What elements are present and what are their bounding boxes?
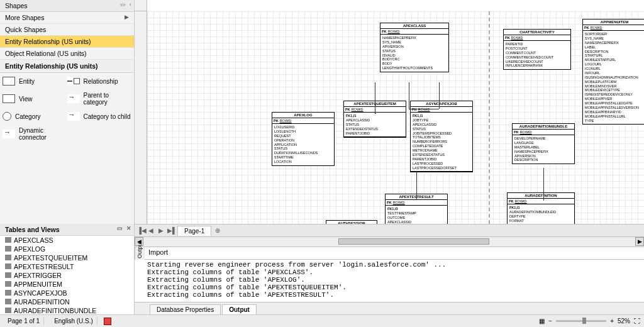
stencil-or-row[interactable]: Object Relational (US units): [0, 48, 134, 60]
table-icon: [5, 308, 11, 313]
table-icon: [5, 272, 11, 278]
panel-collapse-icon[interactable]: ‹: [130, 1, 131, 8]
panel-window-icon[interactable]: ▭: [120, 1, 126, 8]
table-row[interactable]: AURADEFINITIONBUNDLE: [0, 306, 134, 315]
zoom-slider[interactable]: [556, 320, 606, 322]
page-last-icon[interactable]: ▶▌: [167, 227, 175, 234]
fit-window-icon[interactable]: ⛶: [634, 318, 640, 324]
more-shapes-row[interactable]: More Shapes▶: [0, 12, 134, 24]
table-row[interactable]: APEXTESTRESULT: [0, 262, 134, 271]
stencil-cat-child[interactable]: Category to child: [67, 112, 132, 121]
scroll-right-button[interactable]: ▶: [635, 237, 644, 246]
stencil-relationship[interactable]: Relationship: [67, 77, 132, 86]
status-bar: Page 1 of 1 English (U.S.) ▦ − + 52% ⛶: [0, 314, 644, 327]
table-row[interactable]: APEXCLASS: [0, 236, 134, 245]
table-icon: [5, 237, 11, 243]
table-row[interactable]: ASYNCAPEXJOB: [0, 289, 134, 297]
output-title: Import: [145, 247, 644, 260]
panel-window-icon[interactable]: ▭: [117, 225, 123, 231]
stencil-parent-cat[interactable]: Parent to category: [67, 92, 132, 106]
scroll-thumb[interactable]: [338, 238, 489, 245]
connector: [543, 168, 544, 201]
left-sidebar: Shapes ▭ ‹ More Shapes▶ Quick Shapes Ent…: [0, 0, 135, 314]
zoom-level[interactable]: 52%: [618, 318, 630, 324]
connector: [375, 113, 376, 114]
connector: [409, 82, 409, 109]
macro-record-icon[interactable]: [104, 318, 111, 325]
page-break-line: [489, 11, 490, 224]
stencil-er-row[interactable]: Entity Relationship (US units): [0, 36, 134, 48]
table-icon: [5, 281, 11, 287]
page-add-icon[interactable]: ⊕: [214, 227, 221, 234]
table-row[interactable]: AURADEFINITION: [0, 297, 134, 306]
active-stencil-title: Entity Relationship (US units): [0, 60, 134, 73]
entity-apexclass[interactable]: APEXCLASSPKROWIDNAMESPACEPREFIXSYS_NAMEA…: [380, 23, 449, 72]
table-icon: [5, 299, 11, 304]
drawing-canvas[interactable]: APEXCLASSPKROWIDNAMESPACEPREFIXSYS_NAMEA…: [147, 11, 644, 224]
entity-appmenuitem[interactable]: APPMENUITEMPKROWIDSORTORDERSYS_NAMENAMES…: [582, 19, 644, 125]
tables-panel-header: Tables and Views ▭ ✕: [0, 224, 134, 236]
entity-auradefinitionbundle[interactable]: AURADEFINITIONBUNDLEPKROWIDDEVELOPERNAME…: [512, 123, 575, 164]
ruler-corner: [135, 0, 147, 11]
entity-apexlog[interactable]: APEXLOGPKROWIDLOGUSERIDLOGLENGTHREQUESTO…: [272, 112, 335, 166]
table-row[interactable]: APPMENUITEM: [0, 280, 134, 289]
right-area: 12345678910 APEXCLASSPKROWIDNAMESPACEPRE…: [135, 0, 644, 314]
entity-chatteractivity[interactable]: CHATTERACTIVITYPKROWIDPARENTIDPOSTCOUNTC…: [503, 29, 571, 70]
tables-list: APEXCLASSAPEXLOGAPEXTESTQUEUEITEMAPEXTES…: [0, 236, 134, 315]
stencil-view[interactable]: View: [3, 92, 67, 106]
shapes-menu: More Shapes▶ Quick Shapes Entity Relatio…: [0, 12, 134, 60]
output-vertical-tab[interactable]: Output: [135, 247, 145, 260]
zoom-out-icon[interactable]: −: [548, 318, 552, 324]
status-page: Page 1 of 1: [4, 318, 44, 324]
page-tabs-bar: ▐◀ ◀ ▶ ▶▌ Page-1 ⊕: [135, 224, 644, 236]
connector: [439, 82, 440, 109]
horizontal-scrollbar[interactable]: ◀ ▶: [135, 236, 644, 247]
connector: [416, 172, 417, 200]
table-icon: [5, 255, 11, 260]
entity-authsession[interactable]: AUTHSESSIONPKROWIDUSERSID: [326, 220, 377, 224]
connector: [375, 82, 375, 113]
table-icon: [5, 290, 11, 296]
entity-auradefinition[interactable]: AURADEFINITIONPKROWIDFK1,I1AURADEFINITIO…: [507, 192, 575, 224]
chevron-right-icon: ▶: [125, 14, 129, 20]
connector: [410, 109, 439, 109]
panel-close-icon[interactable]: ✕: [126, 225, 131, 231]
output-body: Starting reverse engineer process from s…: [135, 260, 644, 302]
output-tabs: Database Properties Output: [135, 302, 644, 314]
output-panel: Output Import Starting reverse engineer …: [135, 247, 644, 314]
stencil-dyn-conn[interactable]: Dynamic connector: [3, 127, 67, 141]
table-icon: [5, 246, 11, 252]
stencil-entity[interactable]: Entity: [3, 77, 67, 86]
table-row[interactable]: APEXTRIGGER: [0, 271, 134, 280]
zoom-in-icon[interactable]: +: [610, 318, 614, 324]
stencil-body: Entity Relationship View Parent to categ…: [0, 73, 134, 145]
stencil-category[interactable]: Category: [3, 112, 67, 121]
tab-output[interactable]: Output: [222, 304, 257, 314]
page-first-icon[interactable]: ▐◀: [137, 227, 145, 234]
page-prev-icon[interactable]: ◀: [147, 227, 155, 234]
status-lang: English (U.S.): [50, 318, 97, 324]
shapes-panel-header: Shapes ▭ ‹: [0, 0, 134, 12]
quick-shapes-row[interactable]: Quick Shapes: [0, 24, 134, 36]
ruler-vertical: [135, 11, 147, 224]
page-tab[interactable]: Page-1: [177, 226, 211, 236]
tab-db-properties[interactable]: Database Properties: [150, 304, 221, 314]
page-next-icon[interactable]: ▶: [157, 227, 165, 234]
entity-asyncapexjob[interactable]: ASYNCAPEXJOBPKROWIDFK1,I1JOBTYPEAPEXCLAS…: [410, 101, 473, 172]
table-icon: [5, 263, 11, 269]
table-row[interactable]: APEXLOG: [0, 245, 134, 253]
view-page-icon[interactable]: ▦: [539, 318, 545, 324]
table-row[interactable]: APEXTESTQUEUEITEM: [0, 253, 134, 262]
